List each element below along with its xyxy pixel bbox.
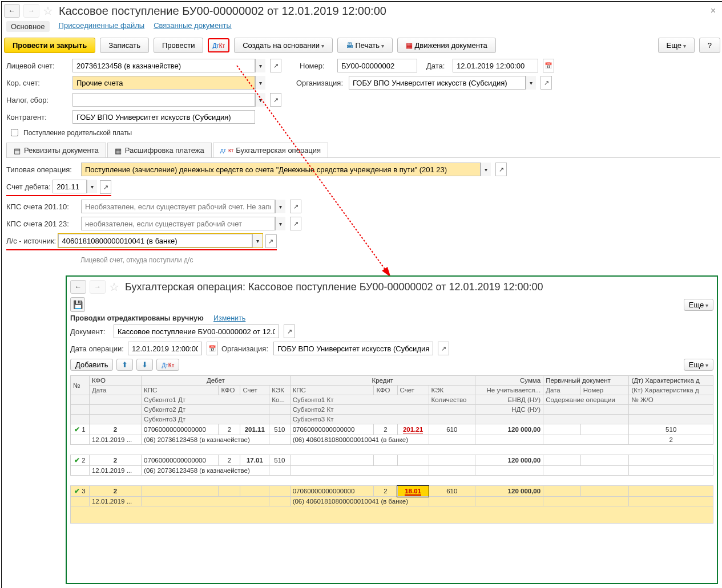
kt-icon: Кт (228, 148, 233, 153)
print-button[interactable]: 🖶 Печать (337, 38, 393, 53)
th-sum: Сумма (475, 376, 543, 386)
check-icon: ✔ (74, 488, 80, 494)
subtab-operation[interactable]: ДтКтБухгалтерская операция (213, 143, 328, 157)
tax-open-icon[interactable]: ↗ (270, 93, 281, 107)
tax-input[interactable] (72, 93, 255, 107)
kor-dropdown[interactable]: ▾ (255, 76, 265, 90)
table-row[interactable]: 12.01.2019 ... (06) 20736123458 (в казна… (71, 435, 713, 445)
dtkt-button[interactable]: ДтКт (208, 38, 229, 52)
forward-button[interactable]: → (23, 4, 39, 18)
subtab-decode[interactable]: ▦Расшифровка платежа (107, 143, 212, 157)
debit-open-icon[interactable]: ↗ (100, 180, 111, 194)
child-doc-label: Документ: (70, 327, 110, 336)
dt-icon: Дт (220, 148, 226, 153)
child-star-icon[interactable]: ☆ (109, 280, 119, 294)
debit-input[interactable] (53, 180, 87, 193)
kps2-dropdown[interactable]: ▾ (275, 217, 285, 230)
change-link[interactable]: Изменить (213, 314, 245, 322)
debit-dropdown[interactable]: ▾ (87, 180, 97, 193)
debit-label: Счет дебета: (6, 183, 51, 191)
th-dtchar: (Дт) Характеристика д (629, 376, 713, 386)
tab-main[interactable]: Основное (6, 21, 50, 32)
org-dropdown[interactable]: ▾ (526, 76, 536, 90)
table-row[interactable]: 12.01.2019 ... (06) 20736123458 (в казна… (71, 466, 713, 476)
src-dropdown[interactable]: ▾ (252, 234, 263, 248)
postings-table[interactable]: № КФО Дебет Кредит Сумма Первичный докум… (70, 375, 713, 524)
typ-oper-dropdown[interactable]: ▾ (481, 163, 491, 176)
account-open-icon[interactable]: ↗ (270, 59, 281, 72)
src-label: Л/с - источник: (6, 237, 56, 245)
kps1-open-icon[interactable]: ↗ (290, 200, 301, 213)
typ-oper-open-icon[interactable]: ↗ (495, 163, 507, 176)
child-org-input[interactable] (273, 342, 433, 355)
credit-account-highlight: 201.21 (403, 426, 423, 433)
more-button[interactable]: Еще (658, 38, 695, 53)
move-up-button[interactable]: ⬆ (116, 359, 133, 371)
print-label: Печать (355, 41, 380, 50)
calendar-icon[interactable]: 📅 (543, 59, 554, 72)
kps2-input[interactable] (81, 217, 275, 230)
kor-label: Кор. счет: (6, 79, 69, 87)
manual-edit-label: Проводки отредактированы вручную (70, 314, 204, 322)
account-dropdown[interactable]: ▾ (255, 59, 265, 72)
table-row[interactable]: ✔ 1 2 07060000000000000 2 201.11 510 070… (71, 424, 713, 435)
typ-oper-input[interactable] (81, 163, 481, 176)
child-forward-button[interactable]: → (90, 280, 106, 294)
src-input[interactable] (58, 234, 252, 248)
child-doc-input[interactable] (114, 325, 279, 338)
org-input[interactable] (349, 76, 526, 90)
kor-input[interactable] (72, 76, 255, 90)
src-hint: Лицевой счет, откуда поступили д/с (80, 256, 720, 264)
th-credit: Кредит (290, 376, 475, 386)
org-open-icon[interactable]: ↗ (541, 76, 552, 90)
th-prim: Первичный документ (543, 376, 629, 386)
post-button[interactable]: Провести (154, 38, 204, 53)
date-input[interactable] (453, 59, 538, 72)
account-label: Лицевой счет: (6, 62, 69, 70)
th-debit: Дебет (142, 376, 291, 386)
tax-dropdown[interactable]: ▾ (255, 93, 265, 107)
add-button[interactable]: Добавить (70, 359, 113, 371)
th-kfo: КФО (89, 376, 141, 386)
create-based-button[interactable]: Создать на основании (234, 38, 333, 53)
child-more2-button[interactable]: Еще (684, 359, 713, 371)
parent-pay-checkbox[interactable] (11, 129, 18, 136)
subtab-requisites[interactable]: ▤Реквизиты документа (6, 143, 106, 157)
move-down-button[interactable]: ⬇ (136, 359, 153, 371)
counter-input[interactable] (72, 110, 255, 124)
child-opdate-label: Дата операции: (70, 344, 124, 353)
typ-oper-label: Типовая операция: (6, 165, 78, 174)
child-doc-open-icon[interactable]: ↗ (284, 325, 295, 338)
child-back-button[interactable]: ← (70, 280, 86, 294)
kps1-label: КПС счета 201.10: (6, 202, 78, 211)
doc-icon: ▤ (14, 147, 22, 155)
account-input[interactable] (72, 59, 255, 72)
credit-account-editing[interactable]: 18.01 (405, 488, 421, 496)
tab-linked[interactable]: Связанные документы (154, 21, 232, 32)
child-title: Бухгалтерская операция: Кассовое поступл… (125, 281, 543, 293)
table-row-selected[interactable]: 12.01.2019 ... (06) 40601810800000010041… (71, 497, 713, 506)
back-button[interactable]: ← (4, 4, 20, 18)
table-row-selected[interactable]: ✔ 3 2 07060000000000000 2 18.01 610 120 … (71, 486, 713, 497)
close-icon[interactable]: × (706, 6, 720, 16)
post-and-close-button[interactable]: Провести и закрыть (4, 38, 95, 53)
movements-button[interactable]: ▦ Движения документа (397, 38, 496, 53)
table-row[interactable]: ✔ 2 2 07060000000000000 2 17.01 510 120 … (71, 455, 713, 466)
org-label: Организация: (296, 79, 345, 87)
src-open-icon[interactable]: ↗ (265, 234, 277, 248)
favorite-star-icon[interactable]: ☆ (43, 4, 53, 18)
child-opdate-input[interactable] (128, 342, 202, 355)
child-dtkt-button[interactable]: ДтКт (156, 359, 179, 371)
check-icon: ✔ (74, 426, 80, 433)
help-button[interactable]: ? (699, 38, 720, 53)
number-input[interactable] (337, 59, 417, 72)
tab-files[interactable]: Присоединенные файлы (59, 21, 145, 32)
kps1-dropdown[interactable]: ▾ (275, 200, 285, 213)
child-more-button[interactable]: Еще (684, 299, 713, 311)
child-org-open-icon[interactable]: ↗ (438, 342, 449, 355)
child-cal-icon[interactable]: 📅 (207, 342, 218, 355)
floppy-save-icon[interactable]: 💾 (70, 297, 85, 312)
kps2-open-icon[interactable]: ↗ (290, 217, 301, 230)
save-button[interactable]: Записать (100, 38, 149, 53)
kps1-input[interactable] (81, 200, 275, 213)
